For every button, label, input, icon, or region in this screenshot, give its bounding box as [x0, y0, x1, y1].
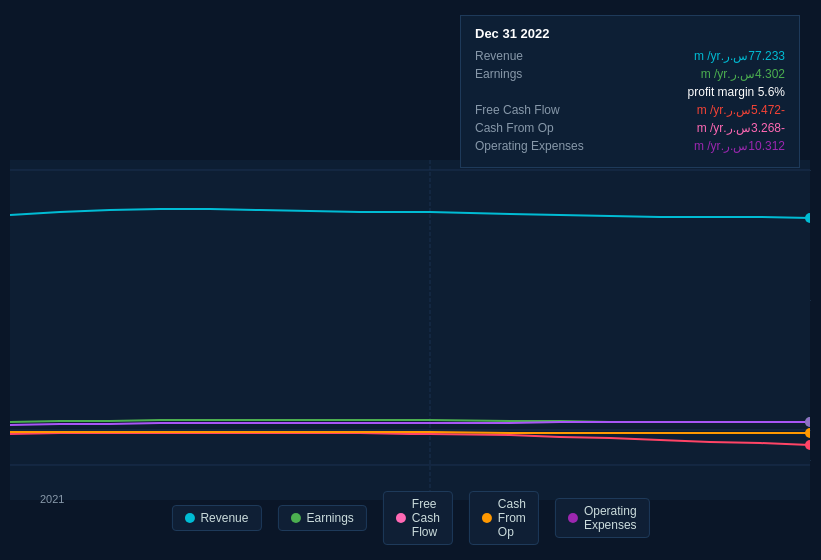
tooltip-earnings-value: 4.302ﺱ.ﺭ.m /yr [701, 67, 785, 81]
tooltip-revenue-value: 77.233ﺱ.ﺭ.m /yr [694, 49, 785, 63]
tooltip-profit-margin: 5.6% profit margin [688, 85, 785, 99]
legend-label-fcf: Free Cash Flow [412, 497, 440, 539]
tooltip-fcf-value: -5.472ﺱ.ﺭ.m /yr [697, 103, 785, 117]
tooltip-fcf-label: Free Cash Flow [475, 103, 560, 117]
tooltip-earnings-row: Earnings 4.302ﺱ.ﺭ.m /yr [475, 67, 785, 81]
legend-dot-cashfromop [482, 513, 492, 523]
tooltip-earnings-label: Earnings [475, 67, 522, 81]
legend-fcf[interactable]: Free Cash Flow [383, 491, 453, 545]
tooltip-cashfromop-label: Cash From Op [475, 121, 554, 135]
chart-container: Dec 31 2022 Revenue 77.233ﺱ.ﺭ.m /yr Earn… [0, 0, 821, 560]
tooltip-revenue-label: Revenue [475, 49, 523, 63]
tooltip-fcf-row: Free Cash Flow -5.472ﺱ.ﺭ.m /yr [475, 103, 785, 117]
tooltip-revenue-row: Revenue 77.233ﺱ.ﺭ.m /yr [475, 49, 785, 63]
tooltip-profit-row: 5.6% profit margin [475, 85, 785, 99]
legend-dot-earnings [290, 513, 300, 523]
legend-label-cashfromop: Cash From Op [498, 497, 526, 539]
legend-revenue[interactable]: Revenue [171, 505, 261, 531]
legend-dot-revenue [184, 513, 194, 523]
chart-svg [10, 160, 810, 500]
legend-dot-opex [568, 513, 578, 523]
tooltip-date: Dec 31 2022 [475, 26, 785, 41]
legend-cashfromop[interactable]: Cash From Op [469, 491, 539, 545]
legend: Revenue Earnings Free Cash Flow Cash Fro… [171, 491, 649, 545]
legend-opex[interactable]: Operating Expenses [555, 498, 650, 538]
tooltip-cashfromop-value: -3.268ﺱ.ﺭ.m /yr [697, 121, 785, 135]
legend-label-opex: Operating Expenses [584, 504, 637, 532]
legend-label-earnings: Earnings [306, 511, 353, 525]
tooltip-cashfromop-row: Cash From Op -3.268ﺱ.ﺭ.m /yr [475, 121, 785, 135]
tooltip-opex-row: Operating Expenses 10.312ﺱ.ﺭ.m /yr [475, 139, 785, 153]
legend-dot-fcf [396, 513, 406, 523]
tooltip-opex-value: 10.312ﺱ.ﺭ.m /yr [694, 139, 785, 153]
legend-label-revenue: Revenue [200, 511, 248, 525]
x-axis-2021: 2021 [40, 493, 64, 505]
legend-earnings[interactable]: Earnings [277, 505, 366, 531]
tooltip-box: Dec 31 2022 Revenue 77.233ﺱ.ﺭ.m /yr Earn… [460, 15, 800, 168]
tooltip-opex-label: Operating Expenses [475, 139, 584, 153]
